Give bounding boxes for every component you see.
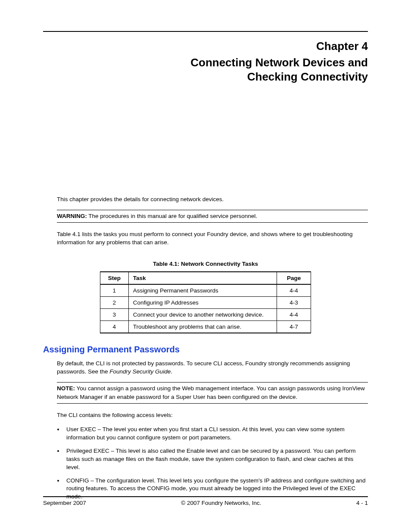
table-header-row: Step Task Page xyxy=(100,272,311,284)
cell-task: Configuring IP Addresses xyxy=(128,296,277,308)
top-rule xyxy=(43,31,368,32)
table-row: 2 Configuring IP Addresses 4-3 xyxy=(100,296,311,308)
divider xyxy=(57,210,368,210)
cell-task: Connect your device to another networkin… xyxy=(128,308,277,320)
section-p1-italic: Foundry Security Guide xyxy=(109,368,171,375)
table-row: 4 Troubleshoot any problems that can ari… xyxy=(100,320,311,333)
divider xyxy=(57,403,368,404)
note-callout: NOTE: You cannot assign a password using… xyxy=(57,382,368,404)
section-heading: Assigning Permanent Passwords xyxy=(43,345,368,355)
header-task: Task xyxy=(128,272,277,284)
header-page: Page xyxy=(277,272,311,284)
footer-left: September 2007 xyxy=(43,500,86,506)
note-text: You cannot assign a password using the W… xyxy=(57,385,365,400)
chapter-label: Chapter 4 xyxy=(43,40,368,53)
warning-text-content: The procedures in this manual are for qu… xyxy=(88,213,257,219)
access-levels-list: User EXEC – The level you enter when you… xyxy=(64,426,368,501)
footer-right: 4 - 1 xyxy=(356,500,368,506)
warning-label: WARNING: xyxy=(57,213,87,219)
divider xyxy=(57,382,368,383)
cell-step: 4 xyxy=(100,320,129,333)
footer-center: © 2007 Foundry Networks, Inc. xyxy=(181,500,261,506)
section-p1: By default, the CLI is not protected by … xyxy=(57,360,368,376)
cell-step: 1 xyxy=(100,284,129,297)
footer-row: September 2007 © 2007 Foundry Networks, … xyxy=(43,500,368,506)
cell-page: 4-7 xyxy=(277,320,311,333)
chapter-title-line2: Checking Connectivity xyxy=(247,70,368,83)
chapter-title-line1: Connecting Network Devices and xyxy=(190,56,368,69)
cell-page: 4-4 xyxy=(277,308,311,320)
list-item: User EXEC – The level you enter when you… xyxy=(64,426,368,442)
note-label: NOTE: xyxy=(57,385,75,392)
list-item: Privileged EXEC – This level is also cal… xyxy=(64,447,368,472)
section-p2: The CLI contains the following access le… xyxy=(57,411,368,420)
divider xyxy=(57,222,368,223)
chapter-title: Connecting Network Devices and Checking … xyxy=(43,56,368,84)
section-p1-b: . xyxy=(171,368,172,375)
connectivity-tasks-table: Step Task Page 1 Assigning Permanent Pas… xyxy=(100,271,311,333)
table-intro: Table 4.1 lists the tasks you must perfo… xyxy=(57,230,368,247)
header-step: Step xyxy=(100,272,129,284)
page-footer: September 2007 © 2007 Foundry Networks, … xyxy=(43,496,368,506)
table-row: 3 Connect your device to another network… xyxy=(100,308,311,320)
cell-step: 3 xyxy=(100,308,129,320)
cell-page: 4-4 xyxy=(277,284,311,297)
intro-paragraph: This chapter provides the details for co… xyxy=(57,196,368,204)
footer-rule xyxy=(43,496,368,497)
document-page: Chapter 4 Connecting Network Devices and… xyxy=(0,0,411,532)
table-caption: Table 4.1: Network Connectivity Tasks xyxy=(43,261,368,267)
cell-task: Assigning Permanent Passwords xyxy=(128,284,277,297)
cell-task: Troubleshoot any problems that can arise… xyxy=(128,320,277,333)
warning-callout: WARNING: The procedures in this manual a… xyxy=(57,210,368,223)
section-p1-a: By default, the CLI is not protected by … xyxy=(57,360,350,375)
table-row: 1 Assigning Permanent Passwords 4-4 xyxy=(100,284,311,297)
cell-page: 4-3 xyxy=(277,296,311,308)
cell-step: 2 xyxy=(100,296,129,308)
